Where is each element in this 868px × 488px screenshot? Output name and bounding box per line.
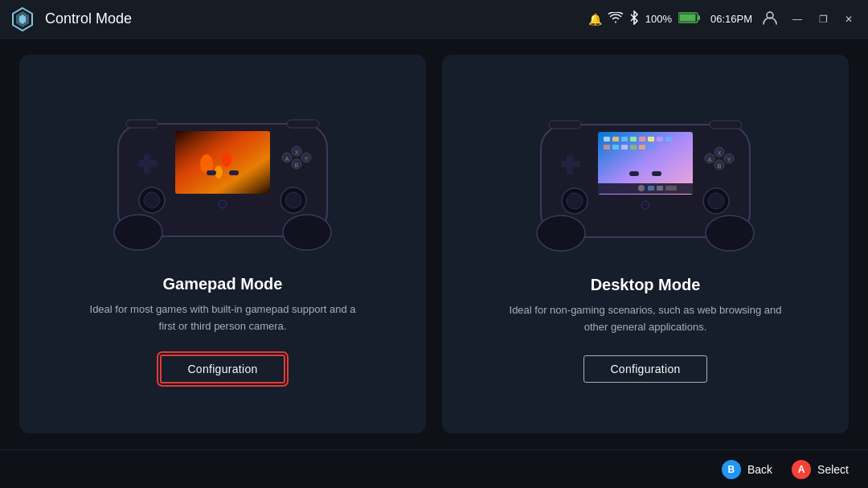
svg-text:A: A — [285, 156, 289, 162]
svg-rect-77 — [629, 171, 639, 176]
gamepad-mode-title: Gamepad Mode — [163, 275, 283, 293]
svg-rect-45 — [630, 137, 637, 141]
gamepad-device-image: A X B Y — [94, 100, 351, 260]
svg-rect-52 — [621, 145, 628, 150]
svg-point-19 — [144, 192, 160, 208]
main-content: A X B Y Gamepad Mode Ideal for most game… — [0, 39, 868, 449]
battery-percentage: 100% — [645, 13, 672, 25]
system-time: 06:16PM — [710, 13, 752, 25]
svg-text:A: A — [708, 157, 712, 162]
svg-rect-55 — [648, 145, 654, 150]
window-controls[interactable]: — ❐ ✕ — [788, 10, 858, 29]
svg-point-39 — [706, 215, 754, 251]
svg-rect-56 — [598, 183, 693, 194]
app-logo — [10, 6, 35, 32]
svg-rect-60 — [665, 186, 677, 191]
svg-point-36 — [219, 200, 227, 208]
gamepad-config-button[interactable]: Configuration — [160, 355, 285, 383]
maximize-button[interactable]: ❐ — [813, 10, 833, 29]
svg-rect-33 — [287, 120, 319, 128]
svg-rect-44 — [621, 137, 628, 141]
svg-rect-6 — [679, 14, 695, 22]
desktop-mode-title: Desktop Mode — [591, 276, 701, 294]
title-bar: Control Mode 🔔 100% — [0, 0, 868, 39]
svg-rect-58 — [648, 186, 654, 191]
svg-text:Y: Y — [727, 157, 731, 162]
svg-point-21 — [285, 192, 301, 208]
gamepad-mode-description: Ideal for most games with built-in gamep… — [86, 301, 359, 335]
svg-text:Y: Y — [305, 156, 309, 162]
svg-rect-50 — [604, 145, 610, 150]
desktop-mode-card: A X B Y Desktop Mode Ideal for non-gamin… — [442, 55, 849, 433]
page-title: Control Mode — [45, 10, 588, 27]
gamepad-mode-card: A X B Y Gamepad Mode Ideal for most game… — [19, 55, 426, 433]
svg-point-38 — [537, 215, 585, 251]
user-icon — [762, 10, 778, 28]
svg-rect-75 — [549, 121, 581, 129]
svg-point-62 — [567, 193, 583, 209]
svg-point-10 — [114, 215, 162, 250]
notification-icon: 🔔 — [588, 13, 602, 26]
svg-rect-43 — [612, 137, 619, 141]
svg-text:X: X — [295, 150, 299, 155]
svg-point-57 — [638, 185, 645, 191]
svg-point-11 — [283, 215, 331, 250]
svg-rect-66 — [561, 161, 580, 167]
svg-rect-49 — [665, 137, 672, 141]
system-tray: 🔔 100% 06: — [588, 10, 778, 28]
svg-text:X: X — [718, 150, 722, 156]
svg-rect-47 — [648, 137, 654, 141]
bottom-bar: B Back A Select — [0, 449, 868, 488]
select-label: Select — [817, 463, 849, 476]
svg-rect-34 — [207, 170, 216, 175]
svg-text:B: B — [295, 162, 299, 168]
svg-rect-76 — [710, 121, 742, 129]
svg-point-79 — [641, 201, 649, 209]
svg-point-64 — [708, 193, 724, 209]
desktop-config-button[interactable]: Configuration — [583, 355, 706, 383]
wifi-icon — [608, 12, 623, 26]
back-label: Back — [747, 463, 772, 476]
svg-point-16 — [222, 153, 231, 167]
svg-rect-53 — [630, 145, 637, 150]
svg-rect-7 — [698, 15, 700, 20]
svg-rect-23 — [138, 160, 158, 166]
desktop-device-image: A X B Y — [517, 100, 774, 261]
back-action[interactable]: B Back — [722, 460, 772, 479]
svg-rect-42 — [604, 137, 610, 141]
svg-rect-59 — [657, 186, 663, 191]
back-badge: B — [722, 460, 741, 479]
svg-rect-32 — [126, 120, 158, 128]
svg-rect-51 — [612, 145, 619, 150]
svg-rect-48 — [657, 137, 663, 141]
battery-icon — [678, 12, 701, 26]
svg-rect-54 — [639, 145, 645, 150]
svg-rect-46 — [639, 137, 645, 141]
minimize-button[interactable]: — — [788, 10, 807, 29]
select-badge: A — [792, 460, 811, 479]
desktop-mode-description: Ideal for non-gaming scenarios, such as … — [509, 302, 782, 336]
bluetooth-icon — [629, 10, 639, 27]
svg-text:B: B — [718, 163, 722, 169]
svg-rect-78 — [652, 171, 661, 176]
select-action[interactable]: A Select — [792, 460, 849, 479]
close-button[interactable]: ✕ — [839, 10, 858, 29]
svg-rect-35 — [229, 170, 239, 175]
